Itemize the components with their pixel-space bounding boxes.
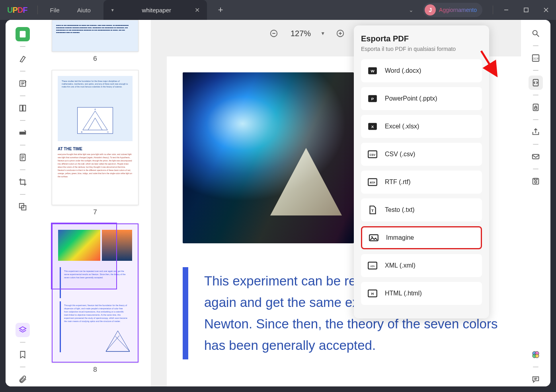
tab-dropdown-icon[interactable]: ▼	[111, 8, 115, 12]
document-tab[interactable]: ▼ whitepaper ✕	[103, 0, 207, 20]
svg-text:T: T	[371, 208, 374, 213]
svg-point-58	[535, 354, 538, 357]
image-icon	[369, 233, 379, 243]
zoom-level[interactable]: 127%	[289, 29, 312, 38]
powerpoint-icon: P	[367, 93, 378, 104]
right-toolbar: OCR	[521, 20, 550, 386]
ai-assistant-button[interactable]	[529, 347, 543, 362]
thumbnail-label: 8	[47, 366, 143, 374]
divider	[493, 6, 493, 14]
prism-image	[183, 72, 354, 243]
svg-rect-1	[524, 8, 528, 12]
update-label: Aggiornamento	[439, 7, 477, 13]
titlebar: UPDF File Aiuto ▼ whitepaper ✕ + ⌄ J Agg…	[0, 0, 556, 20]
menu-file[interactable]: File	[41, 7, 68, 14]
menu-help[interactable]: Aiuto	[68, 7, 99, 14]
svg-rect-9	[23, 105, 25, 111]
compare-tool[interactable]	[16, 200, 30, 214]
svg-text:P: P	[371, 97, 374, 101]
protect-button[interactable]	[529, 100, 543, 114]
csv-icon: CSV	[367, 149, 378, 159]
svg-text:D: D	[81, 131, 82, 133]
divider	[37, 6, 38, 14]
thumbnail-label: 7	[47, 208, 143, 216]
svg-text:</>: </>	[371, 264, 375, 268]
save-button[interactable]	[529, 174, 543, 188]
export-button[interactable]	[529, 76, 543, 90]
annotation-arrow	[478, 48, 499, 81]
new-tab-button[interactable]: +	[218, 5, 223, 15]
workspace: ■■■■■ ■■ ■■■ ■■■■■■■■■■■■ ■■ ■■■■■ ■■■ ■…	[6, 20, 550, 386]
export-panel: Esporta PDF Esporta il tuo PDF in qualsi…	[354, 25, 489, 318]
export-rtf[interactable]: RTF RTF (.rtf)	[361, 171, 482, 194]
svg-rect-10	[19, 132, 26, 134]
thumbnails-tool[interactable]	[16, 27, 30, 41]
svg-rect-54	[534, 179, 537, 180]
svg-rect-6	[21, 33, 24, 34]
page-layout-tool[interactable]	[16, 101, 30, 115]
selection-overlay	[51, 223, 117, 289]
svg-rect-51	[533, 155, 539, 159]
export-word[interactable]: W Word (.docx)	[361, 59, 482, 82]
app-logo: UPDF	[7, 6, 27, 15]
svg-line-45	[537, 35, 539, 37]
zoom-dropdown-icon[interactable]: ▼	[320, 31, 325, 36]
svg-rect-8	[20, 105, 22, 111]
export-title: Esporta PDF	[361, 34, 482, 43]
edit-text-tool[interactable]	[16, 76, 30, 91]
export-image[interactable]: Immagine	[361, 226, 482, 249]
export-csv[interactable]: CSV CSV (.csv)	[361, 143, 482, 166]
word-icon: W	[367, 66, 378, 76]
thumbnail-page-6[interactable]: ■■■■■ ■■ ■■■ ■■■■■■■■■■■■ ■■ ■■■■■ ■■■ ■…	[47, 20, 143, 63]
export-text[interactable]: T Testo (.txt)	[361, 198, 482, 221]
share-button[interactable]	[529, 125, 543, 139]
thumbnail-page-7[interactable]: These studies laid the foundation for th…	[47, 70, 143, 216]
thumbnail-label: 6	[47, 55, 143, 63]
bookmark-tool[interactable]	[16, 347, 30, 362]
export-excel[interactable]: X Excel (.xlsx)	[361, 115, 482, 138]
export-powerpoint[interactable]: P PowerPoint (.pptx)	[361, 87, 482, 110]
crop-tool[interactable]	[16, 175, 30, 189]
svg-text:W: W	[371, 69, 375, 73]
avatar: J	[425, 4, 436, 16]
redact-tool[interactable]	[16, 126, 30, 140]
tabs-overflow-icon[interactable]: ⌄	[409, 7, 414, 13]
thumbnail-panel[interactable]: ■■■■■ ■■ ■■■ ■■■■■■■■■■■■ ■■ ■■■■■ ■■■ ■…	[39, 20, 151, 386]
tab-title: whitepaper	[127, 7, 187, 14]
export-html[interactable]: H HTML (.html)	[361, 282, 482, 305]
search-button[interactable]	[529, 26, 543, 41]
zoom-out-button[interactable]	[267, 26, 281, 41]
svg-text:X: X	[371, 124, 374, 129]
comment-button[interactable]	[529, 372, 543, 386]
excel-icon: X	[367, 121, 378, 132]
xml-icon: </>	[367, 260, 378, 271]
svg-point-44	[533, 31, 537, 35]
window-maximize-button[interactable]	[516, 0, 536, 20]
user-account-pill[interactable]: J Aggiornamento	[423, 3, 482, 17]
email-button[interactable]	[529, 149, 543, 164]
export-subtitle: Esporta il tuo PDF in qualsiasi formato	[361, 46, 482, 52]
svg-text:A: A	[94, 108, 96, 111]
tab-close-icon[interactable]: ✕	[195, 6, 200, 14]
svg-rect-17	[78, 107, 113, 134]
svg-text:OCR: OCR	[533, 57, 539, 60]
highlighter-tool[interactable]	[16, 52, 30, 66]
window-close-button[interactable]	[536, 0, 556, 20]
left-toolbar	[6, 20, 39, 386]
form-tool[interactable]	[16, 150, 30, 165]
svg-text:C: C	[107, 131, 109, 133]
svg-text:CSV: CSV	[370, 153, 376, 156]
attachment-tool[interactable]	[16, 372, 30, 386]
rtf-icon: RTF	[367, 177, 378, 187]
export-xml[interactable]: </> XML (.xml)	[361, 254, 482, 277]
svg-point-53	[535, 181, 537, 183]
text-icon: T	[367, 205, 378, 215]
html-icon: H	[367, 288, 378, 299]
layers-tool[interactable]	[16, 323, 30, 337]
svg-rect-5	[21, 32, 24, 33]
zoom-in-button[interactable]	[333, 26, 347, 41]
thumbnail-page-8[interactable]: This experiment can be repeated over and…	[47, 223, 143, 374]
document-area: 127% ▼ This experiment can be repeated o…	[151, 20, 521, 386]
window-minimize-button[interactable]	[496, 0, 516, 20]
ocr-button[interactable]: OCR	[529, 51, 543, 65]
